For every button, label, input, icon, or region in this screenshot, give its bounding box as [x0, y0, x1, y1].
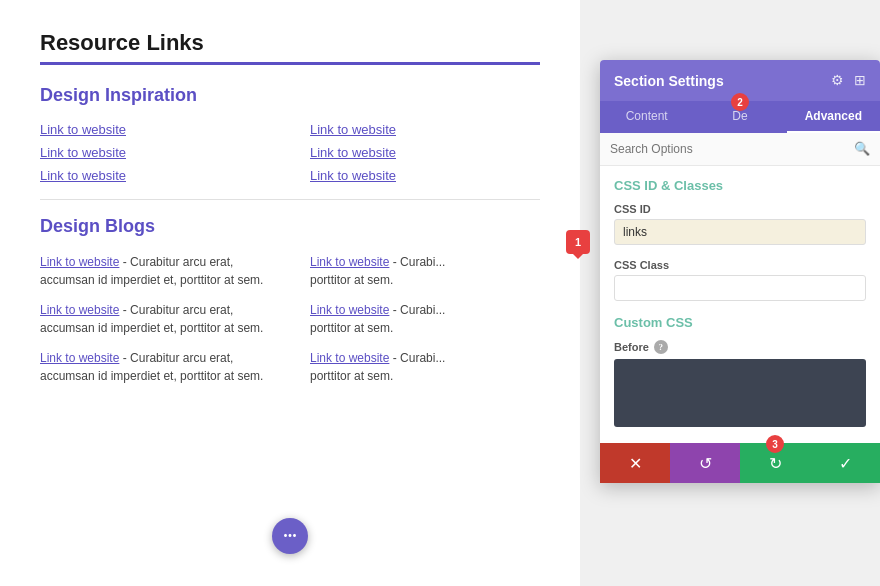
list-item[interactable]: Link to website: [40, 122, 270, 137]
section-divider: [40, 199, 540, 200]
blog-link[interactable]: Link to website: [310, 351, 389, 365]
custom-css-title: Custom CSS: [614, 315, 866, 330]
save-icon: ✓: [839, 454, 852, 473]
search-input[interactable]: [610, 142, 854, 156]
css-before-textarea[interactable]: [614, 359, 866, 427]
cancel-button[interactable]: ✕: [600, 443, 670, 483]
list-item: Link to website - Curabitur arcu erat, a…: [40, 301, 270, 337]
panel-footer: ✕ ↺ ↻ 3 ✓: [600, 443, 880, 483]
css-class-field-group: CSS Class: [614, 259, 866, 301]
design-inspiration-title: Design Inspiration: [40, 85, 540, 106]
floating-add-button[interactable]: ···: [272, 518, 308, 554]
expand-icon[interactable]: ⊞: [854, 72, 866, 89]
title-divider: [40, 62, 540, 65]
undo-icon: ↺: [699, 454, 712, 473]
css-id-input[interactable]: [614, 219, 866, 245]
css-class-input[interactable]: [614, 275, 866, 301]
undo-button[interactable]: ↺: [670, 443, 740, 483]
list-item: Link to website - Curabi...Curabitur arc…: [310, 253, 540, 289]
save-button[interactable]: ✓: [810, 443, 880, 483]
list-item[interactable]: Link to website: [310, 145, 540, 160]
redo-badge: 3: [766, 435, 784, 453]
panel-title: Section Settings: [614, 73, 724, 89]
step-badge-1: 1: [566, 230, 590, 254]
custom-css-section: Custom CSS Before ?: [614, 315, 866, 431]
tab-design[interactable]: De 2: [693, 101, 786, 133]
cancel-icon: ✕: [629, 454, 642, 473]
css-before-label-row: Before ?: [614, 340, 866, 354]
panel-tabs: Content De 2 Advanced: [600, 101, 880, 133]
panel-search-bar: 🔍: [600, 133, 880, 166]
list-item[interactable]: Link to website: [40, 145, 270, 160]
redo-button[interactable]: ↻ 3: [740, 443, 810, 483]
blog-link[interactable]: Link to website: [40, 255, 119, 269]
list-item: Link to website - Curabitur arcu erat, a…: [40, 349, 270, 385]
list-item: Link to website - Curabi...porttitor at …: [310, 301, 540, 337]
css-id-classes-title: CSS ID & Classes: [614, 178, 866, 193]
page-title: Resource Links: [40, 30, 540, 56]
section-design-inspiration: Design Inspiration Link to website Link …: [40, 85, 540, 183]
css-class-label: CSS Class: [614, 259, 866, 271]
design-inspiration-links: Link to website Link to website Link to …: [40, 122, 540, 183]
search-icon: 🔍: [854, 141, 870, 157]
design-blogs-title: Design Blogs: [40, 216, 540, 237]
design-blogs-links: Link to website - Curabitur arcu erat, a…: [40, 253, 540, 385]
panel-header-icons: ⚙ ⊞: [831, 72, 866, 89]
list-item[interactable]: Link to website: [310, 168, 540, 183]
blog-link[interactable]: Link to website: [40, 351, 119, 365]
settings-icon[interactable]: ⚙: [831, 72, 844, 89]
css-id-label: CSS ID: [614, 203, 866, 215]
redo-icon: ↻: [769, 454, 782, 473]
tab-advanced[interactable]: Advanced: [787, 101, 880, 133]
tab-content[interactable]: Content: [600, 101, 693, 133]
blog-link[interactable]: Link to website: [40, 303, 119, 317]
blog-link[interactable]: Link to website: [310, 255, 389, 269]
main-content: Resource Links Design Inspiration Link t…: [0, 0, 580, 586]
blog-link[interactable]: Link to website: [310, 303, 389, 317]
layout-wrapper: Resource Links Design Inspiration Link t…: [0, 0, 880, 586]
list-item: Link to website - Curabi...porttitor at …: [310, 349, 540, 385]
settings-panel: Section Settings ⚙ ⊞ Content De 2 Advanc…: [600, 60, 880, 483]
css-before-text: Before: [614, 341, 649, 353]
panel-body: CSS ID & Classes CSS ID CSS Class Custom…: [600, 166, 880, 443]
list-item[interactable]: Link to website: [40, 168, 270, 183]
tab-design-badge: 2: [731, 93, 749, 111]
help-icon[interactable]: ?: [654, 340, 668, 354]
section-design-blogs: Design Blogs Link to website - Curabitur…: [40, 216, 540, 385]
list-item[interactable]: Link to website: [310, 122, 540, 137]
css-id-field-group: CSS ID: [614, 203, 866, 245]
list-item: Link to website - Curabitur arcu erat, a…: [40, 253, 270, 289]
